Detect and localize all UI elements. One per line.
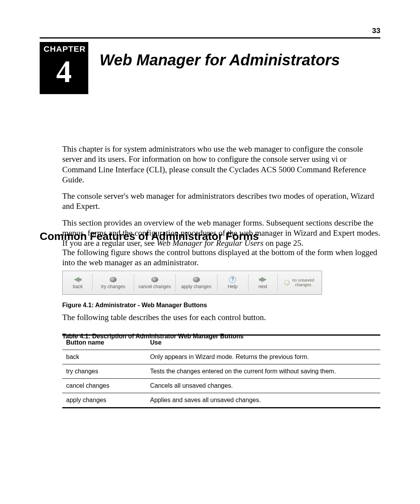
table-row: cancel changes Cancels all unsaved chang… <box>62 378 380 393</box>
chapter-title: Web Manager for Administrators <box>100 51 340 69</box>
intro-p3b: on page 25. <box>263 238 303 248</box>
table-header-row: Button name Use <box>62 336 380 350</box>
top-rule <box>40 37 380 38</box>
arrow-left-icon <box>74 276 82 283</box>
button-bar: back try changes cancel changes apply ch… <box>62 271 322 295</box>
td-use: Only appears in Wizard mode. Returns the… <box>150 354 380 360</box>
unsaved-line2: changes <box>292 283 314 287</box>
after-figure-text: The following table describes the uses f… <box>62 313 380 322</box>
page-number: 33 <box>372 26 380 35</box>
cancel-changes-label: cancel changes <box>138 284 171 289</box>
chapter-number: 4 <box>40 54 88 94</box>
back-label: back <box>73 284 82 289</box>
unsaved-indicator: no unsaved changes <box>278 278 321 287</box>
table-4-1: Button name Use back Only appears in Wiz… <box>62 334 380 408</box>
intro-p1: This chapter is for system administrator… <box>62 144 380 185</box>
apply-changes-button[interactable]: apply changes <box>176 276 217 289</box>
next-button[interactable]: next <box>248 276 277 289</box>
try-changes-label: try changes <box>101 284 125 289</box>
svg-marker-0 <box>74 277 82 282</box>
dot-icon <box>109 276 117 283</box>
next-label: next <box>259 284 268 289</box>
help-label: Help <box>228 284 238 289</box>
svg-marker-1 <box>259 277 267 282</box>
page: 33 CHAPTER 4 Web Manager for Administrat… <box>0 0 420 504</box>
back-button[interactable]: back <box>63 276 92 289</box>
figure-4-1: back try changes cancel changes apply ch… <box>62 271 322 309</box>
section-intro: The following figure shows the control b… <box>62 247 380 274</box>
table-row: try changes Tests the changes entered on… <box>62 364 380 378</box>
chapter-label: CHAPTER <box>40 42 88 54</box>
chapter-badge: CHAPTER 4 <box>40 42 88 94</box>
td-use: Applies and saves all unsaved changes. <box>150 397 380 404</box>
cancel-changes-button[interactable]: cancel changes <box>134 276 175 289</box>
intro-p2: The console server's web manager for adm… <box>62 191 380 212</box>
th-use: Use <box>150 339 380 346</box>
help-icon: ? <box>228 276 237 283</box>
td-use: Cancels all unsaved changes. <box>150 382 380 389</box>
td-use: Tests the changes entered on the current… <box>150 368 380 375</box>
apply-changes-label: apply changes <box>181 284 211 289</box>
section-intro-p: The following figure shows the control b… <box>62 247 380 268</box>
th-button-name: Button name <box>62 339 150 346</box>
td-name: try changes <box>62 368 150 375</box>
td-name: back <box>62 354 150 360</box>
td-name: cancel changes <box>62 382 150 389</box>
dot-icon <box>192 276 201 283</box>
table-row: back Only appears in Wizard mode. Return… <box>62 350 380 364</box>
status-led-icon <box>284 280 290 285</box>
section-heading-common-features: Common Features of Administrator Forms <box>40 230 259 243</box>
try-changes-button[interactable]: try changes <box>93 276 134 289</box>
arrow-right-icon <box>259 276 267 283</box>
unsaved-text: no unsaved changes <box>292 278 314 287</box>
figure-caption: Figure 4.1: Administrator - Web Manager … <box>62 302 322 309</box>
table-row: apply changes Applies and saves all unsa… <box>62 393 380 407</box>
help-button[interactable]: ? Help <box>217 276 248 289</box>
dot-icon <box>150 276 159 283</box>
td-name: apply changes <box>62 397 150 404</box>
